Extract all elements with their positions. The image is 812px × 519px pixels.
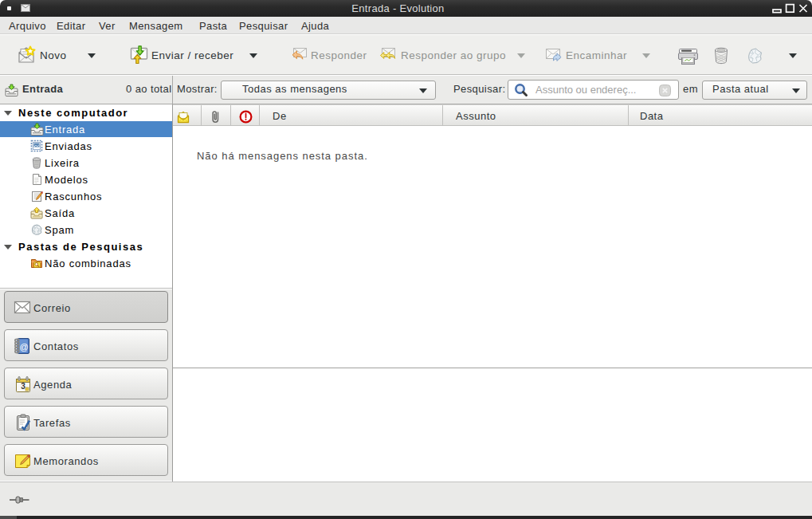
svg-text:@: @ <box>19 342 28 352</box>
svg-text:3: 3 <box>21 382 25 391</box>
